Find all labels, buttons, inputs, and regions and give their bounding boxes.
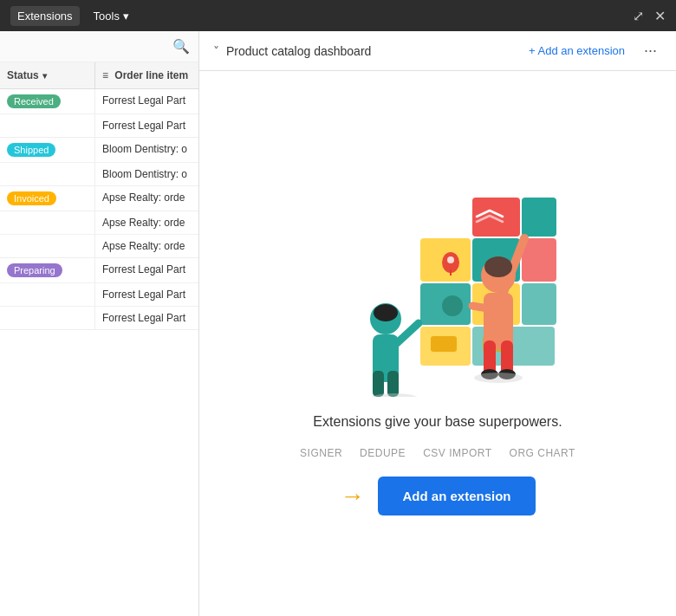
row-group: ReceivedForrest Legal PartForrest Legal … [0, 89, 198, 138]
chevron-down-icon: ▾ [42, 71, 47, 81]
table-row[interactable]: PreparingForrest Legal Part [0, 258, 198, 283]
table-row[interactable]: Forrest Legal Part [0, 114, 198, 137]
table-row[interactable]: Apse Realty: orde [0, 235, 198, 257]
order-cell: Bloom Dentistry: o [95, 138, 198, 162]
table-body: ReceivedForrest Legal PartForrest Legal … [0, 89, 198, 616]
status-cell: Invoiced [0, 186, 95, 211]
status-column-header: Status ▾ [0, 62, 95, 88]
status-cell: Shipped [0, 138, 95, 162]
status-badge: Received [7, 94, 61, 108]
status-cell [0, 163, 95, 185]
order-cell: Apse Realty: orde [95, 186, 198, 211]
row-group: ShippedBloom Dentistry: oBloom Dentistry… [0, 138, 198, 186]
extension-content: Extensions give your base superpowers. S… [199, 71, 676, 616]
table-row[interactable]: ReceivedForrest Legal Part [0, 89, 198, 114]
svg-rect-7 [522, 283, 556, 325]
cta-row: → Add an extension [340, 477, 535, 515]
table-row[interactable]: InvoicedApse Realty: orde [0, 186, 198, 211]
status-badge: Shipped [7, 143, 55, 157]
more-options-button[interactable]: ··· [639, 40, 662, 62]
status-cell: Preparing [0, 258, 95, 282]
tools-label: Tools [94, 10, 120, 23]
order-cell: Forrest Legal Part [95, 307, 198, 329]
svg-rect-11 [431, 336, 457, 352]
status-cell [0, 114, 95, 137]
status-cell [0, 235, 95, 257]
order-cell: Apse Realty: orde [95, 235, 198, 257]
right-panel: ˅ Product catalog dashboard + Add an ext… [199, 31, 676, 616]
extension-illustration [316, 172, 559, 397]
svg-point-30 [484, 256, 512, 277]
feature-label: CSV IMPORT [423, 447, 491, 459]
svg-point-10 [442, 295, 463, 316]
row-group: InvoicedApse Realty: ordeApse Realty: or… [0, 186, 198, 258]
svg-rect-0 [472, 198, 520, 237]
svg-point-32 [474, 373, 523, 383]
row-group: PreparingForrest Legal PartForrest Legal… [0, 258, 198, 330]
extension-title: Product catalog dashboard [226, 44, 515, 58]
svg-rect-4 [522, 238, 556, 282]
status-cell [0, 283, 95, 306]
top-bar-right: ⤢ ✕ [633, 8, 666, 24]
feature-label: SIGNER [300, 447, 342, 459]
order-cell: Forrest Legal Part [95, 114, 198, 137]
feature-label: DEDUPE [360, 447, 406, 459]
table-row[interactable]: ShippedBloom Dentistry: o [0, 138, 198, 163]
order-cell: Bloom Dentistry: o [95, 163, 198, 185]
add-extension-button[interactable]: Add an extension [378, 477, 535, 515]
extensions-tab[interactable]: Extensions [10, 6, 80, 26]
extension-features-list: SIGNERDEDUPECSV IMPORTORG CHART [300, 447, 575, 459]
table-header: Status ▾ ≡ Order line item [0, 62, 198, 89]
left-panel: 🔍 Status ▾ ≡ Order line item ReceivedFor… [0, 31, 199, 616]
status-cell [0, 211, 95, 234]
table-row[interactable]: Forrest Legal Part [0, 283, 198, 307]
tools-menu[interactable]: Tools ▾ [94, 10, 129, 23]
column-icon: ≡ [102, 69, 108, 81]
svg-rect-19 [373, 371, 384, 397]
close-icon[interactable]: ✕ [654, 8, 666, 24]
status-badge: Preparing [7, 263, 62, 277]
extension-header: ˅ Product catalog dashboard + Add an ext… [199, 31, 676, 71]
tools-chevron: ▾ [123, 10, 129, 23]
extension-tagline: Extensions give your base superpowers. [313, 414, 562, 430]
status-cell [0, 307, 95, 329]
order-cell: Apse Realty: orde [95, 211, 198, 234]
table-row[interactable]: Forrest Legal Part [0, 307, 198, 329]
svg-rect-1 [522, 198, 556, 237]
feature-label: ORG CHART [510, 447, 575, 459]
order-cell: Forrest Legal Part [95, 89, 198, 113]
search-button[interactable]: 🔍 [172, 38, 190, 55]
arrow-icon: → [340, 483, 364, 510]
status-cell: Received [0, 89, 95, 113]
add-extension-header-button[interactable]: + Add an extension [522, 41, 632, 61]
left-toolbar: 🔍 [0, 31, 198, 62]
svg-point-21 [374, 304, 398, 321]
collapse-icon[interactable]: ˅ [213, 44, 219, 58]
expand-icon[interactable]: ⤢ [633, 8, 644, 24]
svg-point-14 [447, 256, 454, 263]
table-row[interactable]: Apse Realty: orde [0, 211, 198, 235]
order-cell: Forrest Legal Part [95, 283, 198, 306]
table-row[interactable]: Bloom Dentistry: o [0, 163, 198, 185]
svg-line-25 [472, 306, 498, 310]
order-column-header: ≡ Order line item [95, 62, 198, 88]
svg-rect-20 [387, 371, 399, 397]
top-bar: Extensions Tools ▾ ⤢ ✕ [0, 0, 676, 31]
main-area: 🔍 Status ▾ ≡ Order line item ReceivedFor… [0, 31, 676, 616]
status-badge: Invoiced [7, 191, 56, 205]
order-cell: Forrest Legal Part [95, 258, 198, 282]
